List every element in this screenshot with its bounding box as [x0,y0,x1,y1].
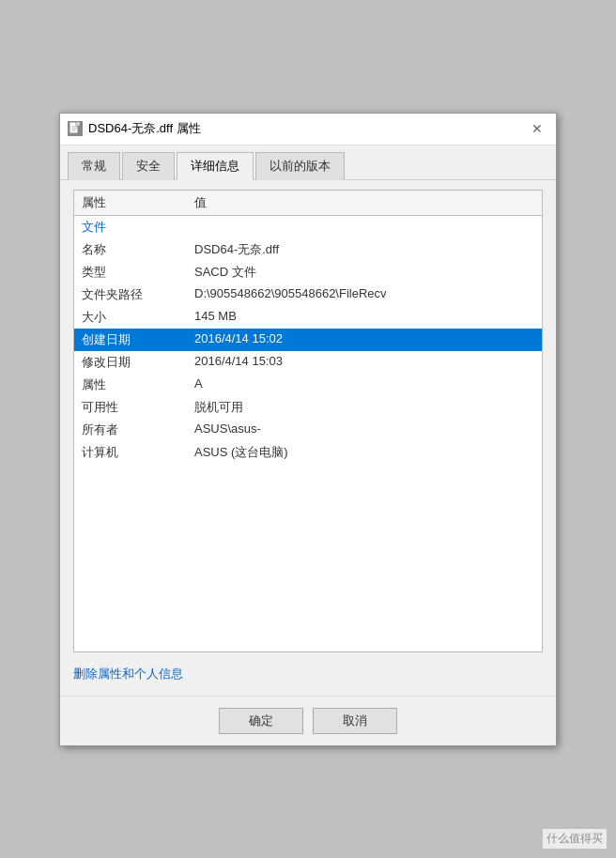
cell-value-name: DSD64-无奈.dff [187,238,542,261]
table-row: 名称 DSD64-无奈.dff [74,238,542,261]
cell-value-folder-path: D:\905548662\905548662\FileRecv [187,283,542,306]
cancel-button[interactable]: 取消 [313,708,397,734]
cell-value-size: 145 MB [187,306,542,329]
table-row: 可用性 脱机可用 [74,396,542,419]
tab-general[interactable]: 常规 [68,152,120,180]
tab-security[interactable]: 安全 [122,152,175,180]
table-header: 属性 值 [74,191,542,216]
table-row: 修改日期 2016/4/14 15:03 [74,351,542,374]
table-row: 属性 A [74,374,542,396]
property-window: DSD64-无奈.dff 属性 ✕ 常规 安全 详细信息 以前的版本 属性 值 … [59,113,557,746]
header-value: 值 [187,191,542,215]
cell-value-owner: ASUS\asus- [187,419,542,441]
cell-value-availability: 脱机可用 [187,396,542,419]
confirm-button[interactable]: 确定 [219,708,303,734]
table-empty-space [74,464,542,651]
cell-label-type: 类型 [74,261,187,283]
property-table: 属性 值 文件 名称 DSD64-无奈.dff 类型 SACD 文件 文件夹路径… [73,190,543,652]
cell-value-modified: 2016/4/14 15:03 [187,351,542,374]
header-property: 属性 [74,191,187,215]
table-row-selected[interactable]: 创建日期 2016/4/14 15:02 [74,329,542,351]
remove-properties-link[interactable]: 删除属性和个人信息 [73,666,183,681]
table-row: 文件夹路径 D:\905548662\905548662\FileRecv [74,283,542,306]
bottom-link-area: 删除属性和个人信息 [73,662,543,686]
cell-value-created: 2016/4/14 15:02 [187,329,542,351]
tab-details[interactable]: 详细信息 [177,152,254,180]
cell-label-size: 大小 [74,306,187,329]
svg-rect-2 [76,122,80,126]
cell-label-attributes: 属性 [74,374,187,396]
table-row: 计算机 ASUS (这台电脑) [74,441,542,464]
cell-label-computer: 计算机 [74,441,187,464]
cell-value-type: SACD 文件 [187,261,542,283]
window-title: DSD64-无奈.dff 属性 [88,120,201,137]
section-file-label: 文件 [74,216,542,238]
cell-label-folder-path: 文件夹路径 [74,283,187,306]
cell-label-name: 名称 [74,238,187,261]
table-row: 所有者 ASUS\asus- [74,419,542,441]
watermark: 什么值得买 [543,829,607,849]
close-button[interactable]: ✕ [526,117,548,140]
cell-label-modified: 修改日期 [74,351,187,374]
cell-value-attributes: A [187,374,542,396]
title-bar-left: DSD64-无奈.dff 属性 [68,120,201,137]
cell-label-created: 创建日期 [74,329,187,351]
file-icon [68,121,83,136]
tab-bar: 常规 安全 详细信息 以前的版本 [60,146,556,180]
tab-content: 属性 值 文件 名称 DSD64-无奈.dff 类型 SACD 文件 文件夹路径… [60,180,556,696]
title-bar: DSD64-无奈.dff 属性 ✕ [60,114,556,146]
table-row: 类型 SACD 文件 [74,261,542,283]
dialog-footer: 确定 取消 [60,696,556,745]
cell-label-availability: 可用性 [74,396,187,419]
cell-label-owner: 所有者 [74,419,187,441]
tab-previous-versions[interactable]: 以前的版本 [255,152,345,180]
table-row: 大小 145 MB [74,306,542,329]
cell-value-computer: ASUS (这台电脑) [187,441,542,464]
